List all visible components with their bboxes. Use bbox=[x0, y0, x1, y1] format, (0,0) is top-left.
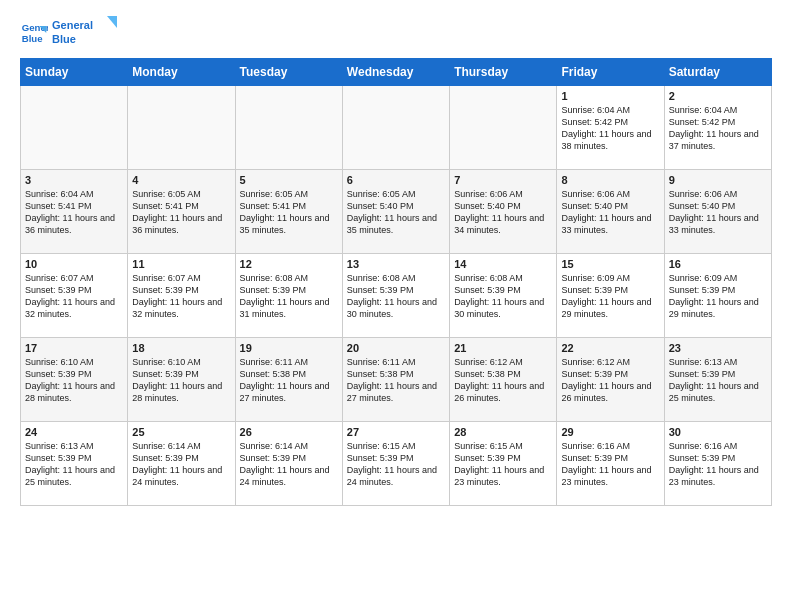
day-number: 23 bbox=[669, 342, 767, 354]
day-number: 18 bbox=[132, 342, 230, 354]
day-cell: 12Sunrise: 6:08 AM Sunset: 5:39 PM Dayli… bbox=[235, 254, 342, 338]
week-row-3: 10Sunrise: 6:07 AM Sunset: 5:39 PM Dayli… bbox=[21, 254, 772, 338]
logo-icon: General Blue bbox=[20, 19, 48, 47]
col-header-sunday: Sunday bbox=[21, 59, 128, 86]
day-info: Sunrise: 6:04 AM Sunset: 5:42 PM Dayligh… bbox=[669, 104, 767, 153]
day-number: 21 bbox=[454, 342, 552, 354]
day-info: Sunrise: 6:04 AM Sunset: 5:42 PM Dayligh… bbox=[561, 104, 659, 153]
day-number: 27 bbox=[347, 426, 445, 438]
day-info: Sunrise: 6:13 AM Sunset: 5:39 PM Dayligh… bbox=[25, 440, 123, 489]
svg-marker-5 bbox=[107, 16, 117, 28]
day-cell: 4Sunrise: 6:05 AM Sunset: 5:41 PM Daylig… bbox=[128, 170, 235, 254]
day-cell: 29Sunrise: 6:16 AM Sunset: 5:39 PM Dayli… bbox=[557, 422, 664, 506]
day-cell: 15Sunrise: 6:09 AM Sunset: 5:39 PM Dayli… bbox=[557, 254, 664, 338]
day-cell: 24Sunrise: 6:13 AM Sunset: 5:39 PM Dayli… bbox=[21, 422, 128, 506]
day-number: 7 bbox=[454, 174, 552, 186]
day-number: 9 bbox=[669, 174, 767, 186]
day-cell: 23Sunrise: 6:13 AM Sunset: 5:39 PM Dayli… bbox=[664, 338, 771, 422]
day-info: Sunrise: 6:16 AM Sunset: 5:39 PM Dayligh… bbox=[669, 440, 767, 489]
week-row-5: 24Sunrise: 6:13 AM Sunset: 5:39 PM Dayli… bbox=[21, 422, 772, 506]
day-cell: 6Sunrise: 6:05 AM Sunset: 5:40 PM Daylig… bbox=[342, 170, 449, 254]
day-number: 13 bbox=[347, 258, 445, 270]
day-cell: 8Sunrise: 6:06 AM Sunset: 5:40 PM Daylig… bbox=[557, 170, 664, 254]
day-info: Sunrise: 6:06 AM Sunset: 5:40 PM Dayligh… bbox=[454, 188, 552, 237]
day-cell: 3Sunrise: 6:04 AM Sunset: 5:41 PM Daylig… bbox=[21, 170, 128, 254]
day-info: Sunrise: 6:16 AM Sunset: 5:39 PM Dayligh… bbox=[561, 440, 659, 489]
col-header-wednesday: Wednesday bbox=[342, 59, 449, 86]
day-cell: 25Sunrise: 6:14 AM Sunset: 5:39 PM Dayli… bbox=[128, 422, 235, 506]
day-cell bbox=[128, 86, 235, 170]
day-number: 26 bbox=[240, 426, 338, 438]
day-number: 10 bbox=[25, 258, 123, 270]
day-info: Sunrise: 6:10 AM Sunset: 5:39 PM Dayligh… bbox=[25, 356, 123, 405]
day-number: 20 bbox=[347, 342, 445, 354]
day-number: 22 bbox=[561, 342, 659, 354]
col-header-saturday: Saturday bbox=[664, 59, 771, 86]
day-info: Sunrise: 6:04 AM Sunset: 5:41 PM Dayligh… bbox=[25, 188, 123, 237]
day-number: 25 bbox=[132, 426, 230, 438]
day-cell: 26Sunrise: 6:14 AM Sunset: 5:39 PM Dayli… bbox=[235, 422, 342, 506]
day-number: 15 bbox=[561, 258, 659, 270]
day-info: Sunrise: 6:05 AM Sunset: 5:41 PM Dayligh… bbox=[240, 188, 338, 237]
day-info: Sunrise: 6:11 AM Sunset: 5:38 PM Dayligh… bbox=[240, 356, 338, 405]
day-number: 29 bbox=[561, 426, 659, 438]
day-cell: 22Sunrise: 6:12 AM Sunset: 5:39 PM Dayli… bbox=[557, 338, 664, 422]
day-info: Sunrise: 6:06 AM Sunset: 5:40 PM Dayligh… bbox=[669, 188, 767, 237]
svg-text:General: General bbox=[52, 19, 93, 31]
svg-text:Blue: Blue bbox=[22, 33, 43, 44]
day-cell bbox=[342, 86, 449, 170]
day-cell: 28Sunrise: 6:15 AM Sunset: 5:39 PM Dayli… bbox=[450, 422, 557, 506]
day-cell bbox=[235, 86, 342, 170]
day-number: 8 bbox=[561, 174, 659, 186]
week-row-1: 1Sunrise: 6:04 AM Sunset: 5:42 PM Daylig… bbox=[21, 86, 772, 170]
day-number: 17 bbox=[25, 342, 123, 354]
day-info: Sunrise: 6:08 AM Sunset: 5:39 PM Dayligh… bbox=[240, 272, 338, 321]
day-cell: 1Sunrise: 6:04 AM Sunset: 5:42 PM Daylig… bbox=[557, 86, 664, 170]
day-cell: 19Sunrise: 6:11 AM Sunset: 5:38 PM Dayli… bbox=[235, 338, 342, 422]
logo-text: General Blue bbox=[52, 16, 124, 50]
day-number: 1 bbox=[561, 90, 659, 102]
day-info: Sunrise: 6:12 AM Sunset: 5:39 PM Dayligh… bbox=[561, 356, 659, 405]
day-info: Sunrise: 6:10 AM Sunset: 5:39 PM Dayligh… bbox=[132, 356, 230, 405]
day-info: Sunrise: 6:12 AM Sunset: 5:38 PM Dayligh… bbox=[454, 356, 552, 405]
day-cell: 7Sunrise: 6:06 AM Sunset: 5:40 PM Daylig… bbox=[450, 170, 557, 254]
col-header-tuesday: Tuesday bbox=[235, 59, 342, 86]
day-number: 28 bbox=[454, 426, 552, 438]
day-cell: 27Sunrise: 6:15 AM Sunset: 5:39 PM Dayli… bbox=[342, 422, 449, 506]
page: General Blue General Blue SundayMondayTu… bbox=[0, 0, 792, 516]
day-cell: 2Sunrise: 6:04 AM Sunset: 5:42 PM Daylig… bbox=[664, 86, 771, 170]
col-header-thursday: Thursday bbox=[450, 59, 557, 86]
day-cell: 13Sunrise: 6:08 AM Sunset: 5:39 PM Dayli… bbox=[342, 254, 449, 338]
day-cell: 21Sunrise: 6:12 AM Sunset: 5:38 PM Dayli… bbox=[450, 338, 557, 422]
day-cell: 18Sunrise: 6:10 AM Sunset: 5:39 PM Dayli… bbox=[128, 338, 235, 422]
day-info: Sunrise: 6:14 AM Sunset: 5:39 PM Dayligh… bbox=[132, 440, 230, 489]
svg-text:Blue: Blue bbox=[52, 33, 76, 45]
day-number: 5 bbox=[240, 174, 338, 186]
day-cell: 14Sunrise: 6:08 AM Sunset: 5:39 PM Dayli… bbox=[450, 254, 557, 338]
day-cell: 11Sunrise: 6:07 AM Sunset: 5:39 PM Dayli… bbox=[128, 254, 235, 338]
day-cell: 17Sunrise: 6:10 AM Sunset: 5:39 PM Dayli… bbox=[21, 338, 128, 422]
day-cell: 30Sunrise: 6:16 AM Sunset: 5:39 PM Dayli… bbox=[664, 422, 771, 506]
day-number: 14 bbox=[454, 258, 552, 270]
day-info: Sunrise: 6:09 AM Sunset: 5:39 PM Dayligh… bbox=[561, 272, 659, 321]
day-number: 30 bbox=[669, 426, 767, 438]
day-info: Sunrise: 6:09 AM Sunset: 5:39 PM Dayligh… bbox=[669, 272, 767, 321]
col-header-monday: Monday bbox=[128, 59, 235, 86]
day-info: Sunrise: 6:11 AM Sunset: 5:38 PM Dayligh… bbox=[347, 356, 445, 405]
col-header-friday: Friday bbox=[557, 59, 664, 86]
day-info: Sunrise: 6:05 AM Sunset: 5:40 PM Dayligh… bbox=[347, 188, 445, 237]
day-info: Sunrise: 6:07 AM Sunset: 5:39 PM Dayligh… bbox=[25, 272, 123, 321]
day-cell: 5Sunrise: 6:05 AM Sunset: 5:41 PM Daylig… bbox=[235, 170, 342, 254]
day-info: Sunrise: 6:08 AM Sunset: 5:39 PM Dayligh… bbox=[347, 272, 445, 321]
day-number: 3 bbox=[25, 174, 123, 186]
day-info: Sunrise: 6:06 AM Sunset: 5:40 PM Dayligh… bbox=[561, 188, 659, 237]
week-row-4: 17Sunrise: 6:10 AM Sunset: 5:39 PM Dayli… bbox=[21, 338, 772, 422]
day-number: 2 bbox=[669, 90, 767, 102]
day-info: Sunrise: 6:14 AM Sunset: 5:39 PM Dayligh… bbox=[240, 440, 338, 489]
day-info: Sunrise: 6:07 AM Sunset: 5:39 PM Dayligh… bbox=[132, 272, 230, 321]
day-cell bbox=[21, 86, 128, 170]
day-number: 4 bbox=[132, 174, 230, 186]
logo: General Blue General Blue bbox=[20, 16, 124, 50]
header-row: SundayMondayTuesdayWednesdayThursdayFrid… bbox=[21, 59, 772, 86]
day-cell: 16Sunrise: 6:09 AM Sunset: 5:39 PM Dayli… bbox=[664, 254, 771, 338]
